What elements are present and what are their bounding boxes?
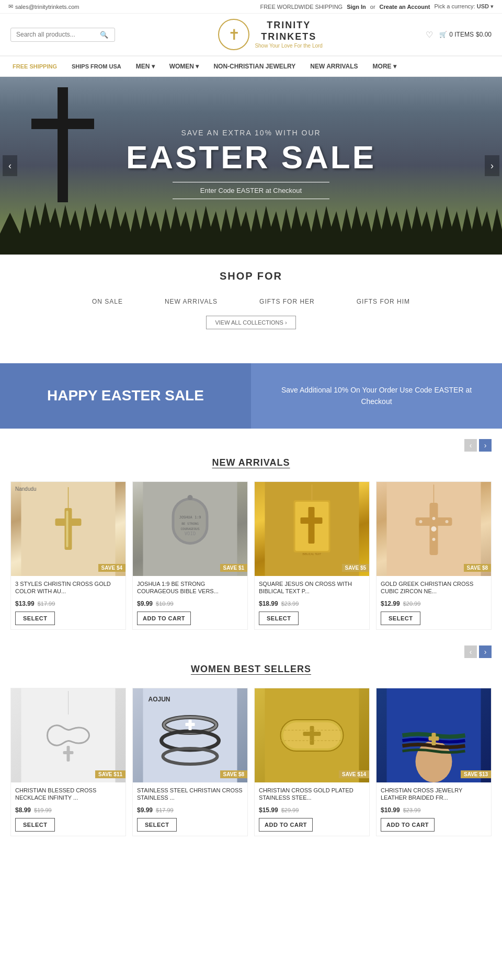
hero-content: SAVE AN EXTRA 10% WITH OUR EASTER SALE E… — [126, 129, 376, 203]
logo[interactable]: ✝ TRINITY TRINKETS Show Your Love For th… — [218, 19, 323, 50]
nav-free-shipping[interactable]: FREE SHIPPING — [5, 57, 64, 76]
search-input[interactable] — [16, 31, 100, 38]
nav-women[interactable]: WOMEN ▾ — [162, 56, 207, 76]
nav-non-christian[interactable]: NON-CHRISTIAN JEWELRY — [206, 56, 303, 76]
select-button[interactable]: SELECT — [381, 612, 420, 625]
new-arrivals-next[interactable]: › — [479, 439, 492, 452]
women-bestsellers-nav: ‹ › — [464, 645, 492, 658]
top-bar: ✉ sales@trinitytrinkets.com FREE WORLDWI… — [0, 0, 502, 14]
shop-cat-her[interactable]: GIFTS FOR HER — [259, 298, 315, 305]
product-name: CHRISTIAN BLESSED CROSS NECKLACE INFINIT… — [15, 787, 121, 803]
select-button[interactable]: SELECT — [137, 818, 177, 832]
new-arrivals-prev[interactable]: ‹ — [464, 439, 477, 452]
or-text: or — [370, 4, 375, 10]
women-bestsellers-prev[interactable]: ‹ — [464, 645, 477, 658]
nav-men[interactable]: MEN ▾ — [129, 56, 162, 76]
email-address: sales@trinitytrinkets.com — [15, 4, 79, 10]
product-price: $18.99 $23.99 — [259, 600, 365, 607]
product-card: BIBLICAL TEXT SAVE $5 SQUARE JESUS ON CR… — [254, 481, 370, 630]
main-nav: FREE SHIPPING SHIPS FROM USA MEN ▾ WOMEN… — [0, 56, 502, 77]
search-bar[interactable]: 🔍 — [10, 28, 115, 42]
save-badge: SAVE $8 — [464, 564, 491, 572]
price-original: $10.99 — [156, 601, 174, 607]
hero-title: EASTER SALE — [126, 141, 376, 174]
hero-next-button[interactable]: › — [485, 155, 499, 176]
product-info: GOLD GREEK CHRISTIAN CROSS CUBIC ZIRCON … — [376, 576, 491, 629]
email-icon: ✉ — [8, 3, 13, 10]
svg-point-26 — [432, 538, 436, 541]
shipping-label: FREE WORLDWIDE SHIPPING — [260, 4, 343, 10]
product-image: AOJUN — [133, 688, 247, 782]
save-badge: SAVE $13 — [461, 770, 491, 778]
product-info: SQUARE JESUS ON CROSS WITH BIBLICAL TEXT… — [255, 576, 369, 629]
price-original: $29.99 — [281, 807, 299, 813]
brand-name: TRINITY TRINKETS — [255, 20, 323, 42]
shop-cat-new[interactable]: NEW ARRIVALS — [165, 298, 218, 305]
hero-prev-button[interactable]: ‹ — [3, 155, 17, 176]
cart-info[interactable]: 🛒 0 ITEMS $0.00 — [439, 31, 492, 38]
svg-text:VOID: VOID — [185, 531, 196, 536]
women-bestsellers-next[interactable]: › — [479, 645, 492, 658]
logo-icon: ✝ — [218, 19, 249, 50]
price-original: $19.99 — [34, 807, 52, 813]
product-info: 3 STYLES CHRISTIN CROSS GOLD COLOR WITH … — [11, 576, 126, 629]
easter-banner-left: HAPPY EASTER SALE — [0, 363, 251, 429]
save-badge: SAVE $8 — [220, 770, 247, 778]
women-bestsellers-grid: SAVE $11 CHRISTIAN BLESSED CROSS NECKLAC… — [10, 688, 492, 836]
signin-link[interactable]: Sign In — [347, 4, 366, 10]
product-image: BIBLICAL TEXT — [255, 482, 369, 576]
product-card: SAVE $11 CHRISTIAN BLESSED CROSS NECKLAC… — [10, 688, 126, 836]
wishlist-icon[interactable]: ♡ — [426, 30, 433, 40]
product-card: JOSHUA 1:9 BE STRONG COURAGEOUS VOID SAV… — [132, 481, 248, 630]
product-name: GOLD GREEK CHRISTIAN CROSS CUBIC ZIRCON … — [381, 580, 487, 597]
price-current: $13.99 — [15, 600, 35, 607]
price-original: $17.99 — [38, 601, 55, 607]
hero-subtitle: SAVE AN EXTRA 10% WITH OUR — [126, 129, 376, 137]
price-current: $10.99 — [381, 806, 400, 814]
add-to-cart-button[interactable]: ADD TO CART — [137, 612, 191, 625]
price-current: $12.99 — [381, 600, 400, 607]
nav-ships-from-usa[interactable]: SHIPS FROM USA — [64, 57, 129, 76]
svg-rect-32 — [63, 751, 74, 754]
product-price: $13.99 $17.99 — [15, 600, 121, 607]
product-image-wrap: SAVE $8 — [376, 482, 491, 576]
svg-rect-17 — [309, 507, 315, 544]
view-all-button[interactable]: VIEW ALL COLLECTIONS › — [206, 316, 295, 329]
women-bestsellers-title-wrap: WOMEN BEST SELLERS — [10, 651, 492, 683]
product-info: JOSHUA 1:9 BE STRONG COURAGEOUS BIBLE VE… — [133, 576, 247, 629]
product-image-wrap: SAVE $11 — [11, 688, 126, 782]
cart-icon[interactable]: 🛒 — [439, 31, 447, 38]
product-image-wrap: JOSHUA 1:9 BE STRONG COURAGEOUS VOID SAV… — [133, 482, 247, 576]
svg-rect-51 — [429, 736, 439, 741]
price-original: $20.99 — [403, 601, 421, 607]
select-button[interactable]: SELECT — [15, 818, 55, 832]
currency-label: Pick a currency: USD ▾ — [434, 3, 494, 10]
product-image — [11, 688, 126, 782]
search-icon[interactable]: 🔍 — [100, 31, 108, 39]
nav-more[interactable]: MORE ▾ — [366, 56, 404, 76]
product-info: CHRISTIAN CROSS JEWELRY LEATHER BRAIDED … — [376, 782, 491, 836]
easter-banner: HAPPY EASTER SALE Save Additional 10% On… — [0, 363, 502, 429]
product-image-wrap: AOJUN SAVE $8 — [133, 688, 247, 782]
create-account-link[interactable]: Create an Account — [380, 4, 430, 10]
nav-new-arrivals[interactable]: NEW ARRIVALS — [303, 56, 365, 76]
product-card: AOJUN SAVE $8 STAINLESS STEEL CHRISTIAN … — [132, 688, 248, 836]
add-to-cart-button[interactable]: ADD TO CART — [381, 818, 435, 832]
select-button[interactable]: SELECT — [259, 612, 299, 625]
shop-cat-him[interactable]: GIFTS FOR HIM — [357, 298, 410, 305]
product-name: STAINLESS STEEL CHRISTIAN CROSS STAINLES… — [137, 787, 243, 803]
product-price: $15.99 $29.99 — [259, 806, 365, 814]
top-bar-right: FREE WORLDWIDE SHIPPING Sign In or Creat… — [260, 3, 494, 10]
save-badge: SAVE $5 — [342, 564, 369, 572]
select-button[interactable]: SELECT — [15, 612, 55, 625]
svg-point-24 — [431, 526, 437, 532]
top-bar-left: ✉ sales@trinitytrinkets.com — [8, 3, 79, 10]
product-card: SAVE $4 Nandudu 3 STYLES CHRISTIN CROSS … — [10, 481, 126, 630]
save-badge: SAVE $1 — [220, 564, 247, 572]
svg-text:JOSHUA 1:9: JOSHUA 1:9 — [179, 515, 201, 520]
svg-rect-45 — [303, 732, 321, 736]
shop-cat-sale[interactable]: ON SALE — [92, 298, 123, 305]
product-name: JOSHUA 1:9 BE STRONG COURAGEOUS BIBLE VE… — [137, 580, 243, 597]
product-name: CHRISTIAN CROSS JEWELRY LEATHER BRAIDED … — [381, 787, 487, 803]
add-to-cart-button[interactable]: ADD TO CART — [259, 818, 313, 832]
